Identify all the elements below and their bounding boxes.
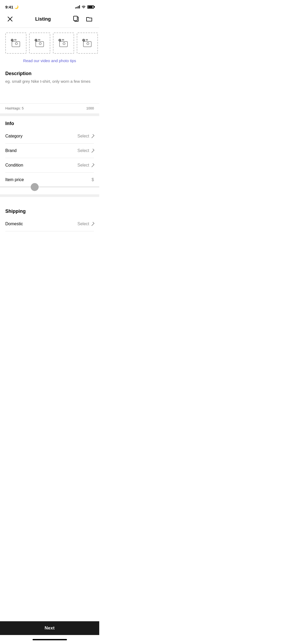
shipping-section: Shipping Domestic Select: [0, 204, 99, 231]
brand-value-group: Select: [78, 148, 94, 153]
category-label: Category: [5, 134, 22, 139]
battery-icon: [87, 5, 94, 9]
category-value: Select: [78, 134, 89, 139]
domestic-label: Domestic: [5, 222, 23, 226]
category-row[interactable]: Category Select: [5, 129, 94, 144]
char-count: 1000: [86, 106, 94, 110]
hashtags-label: Hashtags: 5: [5, 106, 24, 110]
chevron-right-icon: [90, 163, 94, 167]
page-title: Listing: [35, 16, 51, 22]
status-time: 9:41: [5, 5, 13, 9]
photo-slots-container: + + + +: [0, 28, 99, 56]
section-divider-2: [0, 194, 99, 197]
nav-actions: [71, 14, 94, 24]
condition-label: Condition: [5, 163, 23, 168]
wifi-icon: [82, 5, 86, 9]
brand-label: Brand: [5, 148, 17, 153]
folder-button[interactable]: [84, 14, 94, 24]
description-input[interactable]: [5, 79, 94, 100]
svg-rect-3: [74, 16, 77, 21]
shipping-title: Shipping: [5, 209, 94, 214]
description-title: Description: [5, 71, 94, 76]
info-title: Info: [5, 121, 94, 126]
price-row[interactable]: Item price $: [5, 173, 94, 182]
domestic-row[interactable]: Domestic Select: [5, 217, 94, 231]
close-button[interactable]: [5, 14, 15, 24]
condition-value-group: Select: [78, 163, 94, 168]
status-icons: [75, 5, 94, 9]
copy-button[interactable]: [71, 14, 81, 24]
description-section: Description: [0, 67, 99, 101]
info-section: Info Category Select Brand Select Condit…: [0, 116, 99, 192]
signal-icon: [75, 5, 80, 8]
domestic-value: Select: [78, 222, 89, 226]
moon-icon: 🌙: [14, 5, 19, 9]
domestic-value-group: Select: [78, 222, 94, 226]
price-dollar-sign: $: [92, 176, 94, 182]
chevron-right-icon: [90, 134, 94, 138]
condition-value: Select: [78, 163, 89, 168]
photo-tips-link[interactable]: Read our video and photo tips: [0, 56, 99, 67]
section-divider-1: [0, 113, 99, 116]
chevron-right-icon: [90, 149, 94, 153]
chevron-right-icon: [90, 222, 94, 226]
photo-slot-4[interactable]: +: [77, 33, 98, 54]
condition-row[interactable]: Condition Select: [5, 158, 94, 173]
brand-row[interactable]: Brand Select: [5, 144, 94, 158]
brand-value: Select: [78, 148, 89, 153]
price-label: Item price: [5, 176, 24, 182]
photo-slot-3[interactable]: +: [53, 33, 74, 54]
photo-slot-1[interactable]: +: [5, 33, 26, 54]
nav-header: Listing: [0, 12, 99, 28]
photo-slot-2[interactable]: +: [29, 33, 50, 54]
status-bar: 9:41 🌙: [0, 0, 99, 12]
price-slider-thumb[interactable]: [31, 183, 39, 191]
description-footer: Hashtags: 5 1000: [0, 103, 99, 113]
category-value-group: Select: [78, 134, 94, 139]
